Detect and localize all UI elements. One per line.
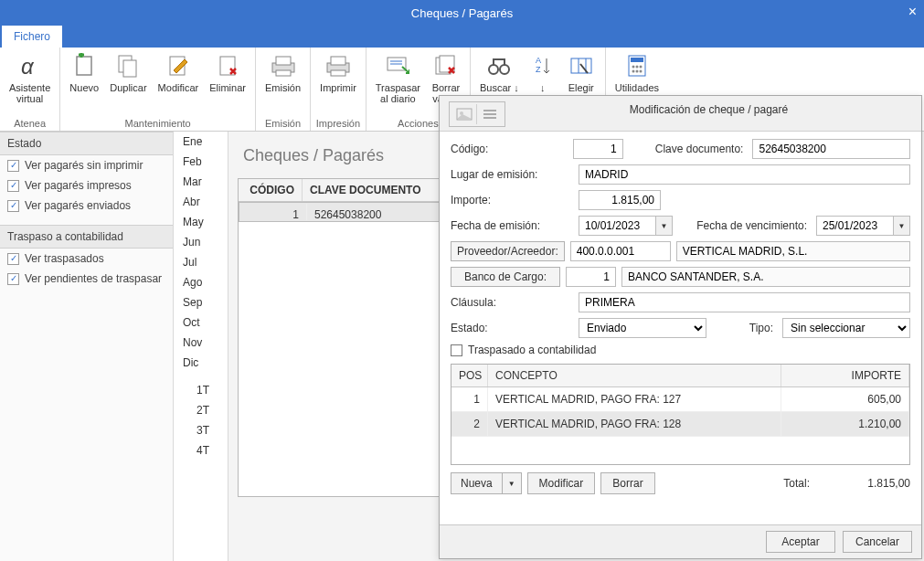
clausula-input[interactable] [579, 292, 910, 312]
traspasado-checkbox[interactable]: Traspasado a contabilidad [451, 344, 910, 356]
filter-enviados[interactable]: Ver pagarés enviados [0, 196, 173, 216]
cancelar-button[interactable]: Cancelar [843, 531, 912, 553]
month-item[interactable]: Jun [174, 232, 228, 252]
month-item[interactable]: Feb [174, 152, 228, 172]
post-icon [385, 53, 410, 79]
month-item[interactable]: Ene [174, 132, 228, 152]
tipo-select[interactable]: Sin seleccionar [782, 318, 910, 338]
label-femision: Fecha de emisión: [451, 219, 579, 232]
quarter-item[interactable]: 4T [174, 440, 228, 460]
image-mode-icon[interactable] [451, 104, 477, 124]
estado-select[interactable]: Enviado [579, 318, 706, 338]
new-icon [71, 53, 97, 79]
imprimir-button[interactable]: Imprimir [314, 49, 362, 95]
window-title: Cheques / Pagarés [411, 6, 513, 20]
svg-point-20 [500, 65, 509, 74]
list-mode-icon[interactable] [477, 104, 503, 124]
chevron-down-icon[interactable]: ▼ [894, 216, 910, 236]
checkbox-icon [7, 273, 19, 285]
chevron-down-icon[interactable]: ▼ [656, 216, 673, 236]
group-mant-label: Mantenimiento [64, 118, 251, 131]
cell-importe: 1.210,00 [781, 412, 909, 436]
close-icon[interactable]: × [908, 4, 917, 20]
svg-text:α: α [21, 54, 35, 78]
col-clave-header[interactable]: CLAVE DOCUMENTO [303, 179, 449, 201]
elegir-button[interactable]: Elegir [561, 49, 601, 95]
buscar-button[interactable]: Buscar ↓ [474, 49, 525, 95]
svg-point-19 [489, 65, 498, 74]
prov-code-input[interactable] [570, 241, 671, 261]
importe-input[interactable] [579, 190, 661, 210]
sort-icon: AZ [530, 53, 556, 79]
month-item[interactable]: Ago [174, 272, 228, 292]
month-item[interactable]: Dic [174, 353, 228, 373]
modificar-button[interactable]: Modificar [153, 49, 205, 95]
quarter-item[interactable]: 2T [174, 400, 228, 420]
svg-rect-1 [77, 57, 91, 75]
checkbox-icon [7, 253, 19, 265]
label-estado: Estado: [451, 322, 579, 334]
detail-row[interactable]: 1 VERTICAL MADRID, PAGO FRA: 127 605,00 [451, 387, 909, 412]
filter-sin-imprimir[interactable]: Ver pagarés sin imprimir [0, 155, 173, 175]
asistente-button[interactable]: α Asistente virtual [4, 49, 56, 106]
dialog-title: Modificación de cheque / pagaré [505, 103, 912, 116]
emision-button[interactable]: Emisión [260, 49, 306, 95]
calculator-icon [624, 53, 650, 79]
checkbox-icon [7, 200, 19, 212]
col-codigo-header[interactable]: CÓDIGO [239, 179, 303, 201]
window-titlebar: Cheques / Pagarés × [0, 0, 924, 26]
sidebar: Estado Ver pagarés sin imprimir Ver paga… [0, 132, 174, 561]
clavedoc-input[interactable] [752, 139, 910, 159]
sidebar-estado-header: Estado [0, 132, 173, 155]
quarter-item[interactable]: 1T [174, 380, 228, 400]
month-item[interactable]: Abr [174, 192, 228, 212]
duplicar-button[interactable]: Duplicar [104, 49, 152, 95]
cell-pos: 1 [451, 387, 488, 411]
filter-traspasados[interactable]: Ver traspasados [0, 249, 173, 269]
month-item[interactable]: Nov [174, 333, 228, 353]
col-pos-header[interactable]: POS [451, 365, 488, 386]
traspasar-button[interactable]: Traspasar al diario [370, 49, 426, 106]
filter-impresos[interactable]: Ver pagarés impresos [0, 175, 173, 196]
month-item[interactable]: Jul [174, 252, 228, 272]
ribbon-tabs: Fichero [0, 26, 924, 48]
nueva-button[interactable]: Nueva▼ [451, 472, 522, 494]
quarter-item[interactable]: 3T [174, 420, 228, 440]
col-concepto-header[interactable]: CONCEPTO [488, 365, 781, 386]
proveedor-button[interactable]: Proveedor/Acreedor: [451, 241, 565, 261]
femision-input[interactable] [579, 216, 656, 236]
codigo-input[interactable] [573, 139, 623, 159]
month-list: Ene Feb Mar Abr May Jun Jul Ago Sep Oct … [174, 132, 228, 561]
modificar-detail-button[interactable]: Modificar [527, 472, 596, 494]
label-tipo: Tipo: [749, 322, 782, 334]
svg-text:A: A [536, 56, 541, 65]
aceptar-button[interactable]: Aceptar [766, 531, 835, 553]
fvenc-input[interactable] [816, 216, 894, 236]
svg-rect-5 [123, 60, 136, 77]
borrar-detail-button[interactable]: Borrar [600, 472, 654, 494]
banco-name-input [621, 267, 910, 287]
detail-row[interactable]: 2 VERTICAL MADRID, PAGO FRA: 128 1.210,0… [451, 412, 909, 437]
banco-code-input[interactable] [566, 267, 616, 287]
month-item[interactable]: Oct [174, 312, 228, 333]
eliminar-button[interactable]: Eliminar [204, 49, 251, 95]
svg-rect-13 [331, 70, 345, 76]
svg-point-32 [635, 70, 638, 73]
col-importe-header[interactable]: IMPORTE [781, 365, 909, 386]
month-item[interactable]: Sep [174, 292, 228, 312]
lugar-input[interactable] [579, 164, 910, 185]
month-item[interactable]: May [174, 212, 228, 232]
edit-dialog: Modificación de cheque / pagaré Código: … [439, 95, 922, 559]
nuevo-button[interactable]: Nuevo [64, 49, 104, 95]
filter-pendientes[interactable]: Ver pendientes de traspasar [0, 269, 173, 289]
month-item[interactable]: Mar [174, 172, 228, 192]
delete-multi-icon [433, 53, 459, 79]
banco-button[interactable]: Banco de Cargo: [451, 267, 560, 287]
utilidades-button[interactable]: Utilidades [610, 49, 664, 95]
svg-point-29 [635, 66, 638, 69]
sidebar-traspaso-header: Traspaso a contabilidad [0, 225, 173, 249]
sort-az-button[interactable]: AZ↓ [525, 49, 561, 95]
print-check-icon [271, 53, 296, 79]
tab-fichero[interactable]: Fichero [2, 26, 62, 48]
svg-rect-9 [276, 57, 291, 65]
